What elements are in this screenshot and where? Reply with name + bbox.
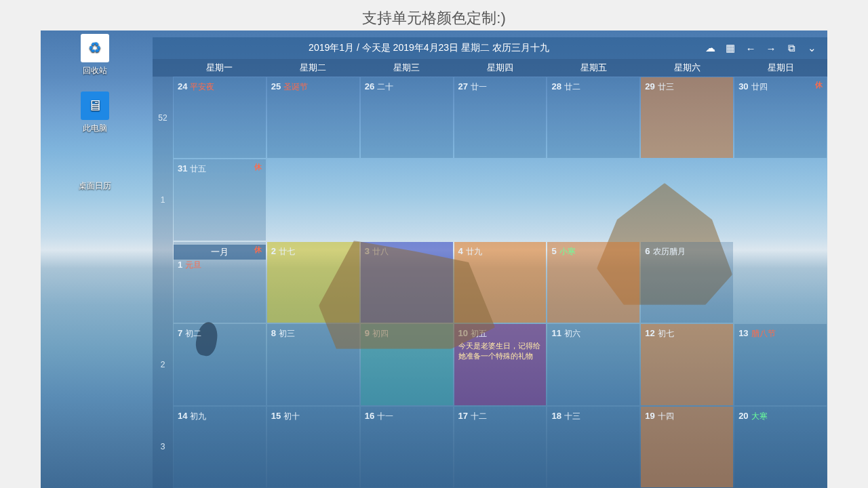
day-name: 星期一 (173, 59, 267, 77)
lunar-label: 廿三 (658, 82, 674, 92)
calendar-day-cell[interactable]: 5小寒 (547, 242, 639, 323)
lunar-label: 初九 (190, 411, 206, 421)
calendar-week-row: 314初九15初十16十一17十二18十三19十四20大寒 (153, 406, 827, 488)
calendar-day-cell[interactable]: 3廿八 (361, 242, 453, 323)
day-number: 13 (738, 328, 748, 338)
lunar-label: 圣诞节 (283, 82, 308, 92)
holiday-badge: 休 (254, 245, 262, 255)
day-name: 星期五 (547, 59, 640, 77)
calendar-day-cell[interactable] (454, 159, 547, 240)
calendar-day-cell[interactable]: 31廿五休 (174, 159, 266, 240)
day-number: 17 (458, 411, 468, 421)
calendar-day-cell[interactable]: 14初九 (174, 407, 266, 487)
calendar-day-cell[interactable] (641, 159, 733, 240)
lunar-label: 平安夜 (190, 82, 214, 92)
calendar-day-cell[interactable]: 15初十 (267, 407, 359, 487)
calendar-day-cell[interactable]: 30廿四休 (734, 77, 827, 158)
calendar-day-cell[interactable] (734, 159, 827, 240)
calendar-day-cell[interactable]: 26二十 (361, 77, 453, 158)
lunar-label: 廿五 (190, 164, 206, 174)
calendar-day-cell[interactable]: 27廿一 (454, 77, 547, 158)
desktop-icon-my-pc[interactable]: 🖥 此电脑 (68, 92, 122, 134)
calendar-day-cell[interactable]: 8初三 (267, 324, 359, 405)
next-month-button[interactable]: → (761, 39, 781, 57)
day-number: 6 (645, 246, 650, 256)
day-number: 31 (178, 163, 187, 174)
lunar-label: 十二 (471, 411, 487, 421)
calendar-day-cell[interactable] (361, 159, 453, 240)
calendar-day-cell[interactable]: 16十一 (361, 407, 453, 487)
calendar-day-cell[interactable]: 18十三 (547, 407, 639, 487)
calendar-day-cell[interactable]: 6农历腊月 (641, 242, 733, 323)
day-number: 27 (458, 81, 468, 92)
calendar-day-cell[interactable]: 13腊八节 (734, 324, 827, 405)
holiday-badge: 休 (815, 80, 823, 90)
day-number: 9 (365, 328, 370, 338)
day-number: 1 (178, 260, 182, 270)
calendar-day-cell[interactable]: 7初二 (174, 324, 266, 405)
day-number: 4 (458, 246, 463, 256)
lunar-label: 廿八 (372, 247, 389, 256)
calendar-day-cell[interactable] (734, 242, 827, 323)
calendar-grid: 5224平安夜25圣诞节26二十27廿一28廿二29廿三30廿四休131廿五休一… (153, 77, 827, 488)
calendar-day-cell[interactable]: 20大寒 (734, 407, 827, 487)
day-number: 19 (645, 411, 654, 421)
desktop-icon-label: 回收站 (68, 65, 122, 77)
page-caption: 支持单元格颜色定制:) (0, 0, 868, 34)
recycle-bin-icon: ♻ (81, 34, 109, 62)
calendar-day-cell[interactable]: 19十四 (641, 407, 733, 487)
day-name: 星期四 (454, 59, 547, 77)
desktop-icon-label: 此电脑 (68, 123, 122, 134)
calendar-day-cell[interactable]: 2廿七 (267, 242, 359, 323)
day-number: 25 (271, 81, 281, 92)
calendar-day-cell[interactable]: 9初四 (361, 324, 453, 405)
day-number: 16 (365, 411, 374, 421)
calendar-app-icon (81, 149, 109, 178)
day-number: 20 (738, 411, 748, 421)
week-number: 1 (153, 159, 173, 241)
day-name: 星期二 (267, 59, 360, 77)
calendar-day-cell[interactable] (547, 159, 639, 240)
collapse-button[interactable]: ⌄ (802, 39, 822, 57)
today-button[interactable]: ▦ (720, 39, 741, 57)
calendar-day-cell[interactable]: 4廿九 (454, 242, 547, 323)
lunar-label: 小寒 (559, 247, 576, 256)
lunar-label: 廿四 (751, 82, 768, 92)
calendar-week-row: 一月1元旦休2廿七3廿八4廿九5小寒6农历腊月 (153, 241, 827, 323)
calendar-day-cell[interactable]: 29廿三 (641, 77, 733, 158)
calendar-day-cell[interactable]: 11初六 (547, 324, 639, 405)
lunar-label: 十一 (377, 411, 393, 421)
calendar-title: 2019年1月 / 今天是 2019年4月23日 星期二 农历三月十九 (158, 42, 700, 54)
day-number: 29 (645, 81, 654, 92)
lunar-label: 初十 (283, 411, 300, 421)
calendar-day-cell[interactable] (267, 159, 359, 240)
day-name: 星期日 (734, 59, 827, 77)
day-number: 18 (551, 411, 561, 421)
day-name-header: 星期一 星期二 星期三 星期四 星期五 星期六 星期日 (153, 59, 827, 77)
desktop-icon-recycle-bin[interactable]: ♻ 回收站 (68, 34, 122, 77)
desktop-icon-calendar-app[interactable]: 桌面日历 (68, 149, 122, 192)
calendar-day-cell[interactable]: 12初七 (641, 324, 733, 405)
calendar-day-cell[interactable]: 28廿二 (547, 77, 639, 158)
settings-button[interactable]: ⧉ (781, 39, 802, 57)
lunar-label: 二十 (377, 82, 393, 92)
calendar-widget: 2019年1月 / 今天是 2019年4月23日 星期二 农历三月十九 ☁ ▦ … (153, 37, 827, 488)
day-number: 7 (178, 328, 182, 338)
lunar-label: 十三 (564, 411, 580, 421)
prev-month-button[interactable]: ← (741, 39, 761, 57)
lunar-label: 初三 (279, 329, 295, 338)
calendar-day-cell[interactable]: 17十二 (454, 407, 547, 487)
calendar-day-cell[interactable]: 25圣诞节 (267, 77, 359, 158)
calendar-day-cell[interactable]: 10初五今天是老婆生日，记得给她准备一个特殊的礼物 (454, 324, 547, 405)
day-number: 26 (365, 81, 374, 92)
calendar-day-cell[interactable]: 一月1元旦休 (174, 242, 266, 323)
calendar-week-row: 5224平安夜25圣诞节26二十27廿一28廿二29廿三30廿四休 (153, 77, 827, 159)
cloud-sync-button[interactable]: ☁ (700, 39, 720, 57)
lunar-label: 廿一 (471, 82, 487, 92)
day-name: 星期三 (360, 59, 454, 77)
calendar-week-row: 27初二8初三9初四10初五今天是老婆生日，记得给她准备一个特殊的礼物11初六1… (153, 323, 827, 405)
lunar-label: 初六 (564, 329, 580, 338)
day-number: 5 (551, 246, 556, 256)
calendar-day-cell[interactable]: 24平安夜 (174, 77, 266, 158)
pc-icon: 🖥 (81, 92, 109, 120)
